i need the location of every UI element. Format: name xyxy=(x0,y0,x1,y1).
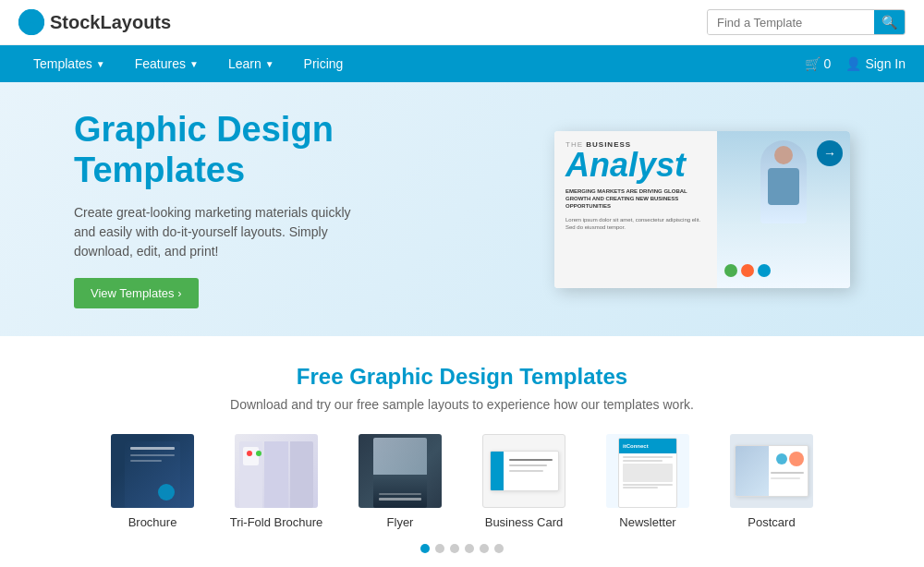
logo-icon xyxy=(18,9,44,35)
nav-right: 🛒 0 👤 Sign In xyxy=(805,56,906,71)
template-trifold[interactable]: Tri-Fold Brochure xyxy=(225,434,327,529)
user-icon: 👤 xyxy=(845,56,861,71)
hero-description: Create great-looking marketing materials… xyxy=(74,203,351,261)
template-brochure[interactable]: Brochure xyxy=(102,434,203,529)
magazine-mockup: The Business Analyst Emerging Markets Ar… xyxy=(554,131,850,288)
free-templates-row: Brochure Tri-Fold Brochure xyxy=(18,434,906,529)
newsletter-label: Newsletter xyxy=(619,515,675,529)
search-button[interactable]: 🔍 xyxy=(874,10,905,34)
template-newsletter[interactable]: itConnect Newsletter xyxy=(597,434,699,529)
nav-bar: Templates ▼ Features ▼ Learn ▼ Pricing 🛒… xyxy=(0,45,924,82)
hero-image: The Business Analyst Emerging Markets Ar… xyxy=(536,127,869,293)
svg-point-1 xyxy=(24,17,30,23)
flyer-label: Flyer xyxy=(387,515,414,529)
person-silhouette xyxy=(760,140,807,223)
logo-area[interactable]: StockLayouts xyxy=(18,9,171,35)
free-templates-section: Free Graphic Design Templates Download a… xyxy=(0,336,924,567)
nav-features[interactable]: Features ▼ xyxy=(120,45,213,82)
hero-text: Graphic Design Templates Create great-lo… xyxy=(74,110,351,308)
trifold-label: Tri-Fold Brochure xyxy=(230,515,323,529)
trifold-thumb xyxy=(235,434,318,508)
template-flyer[interactable]: Flyer xyxy=(349,434,451,529)
nav-left: Templates ▼ Features ▼ Learn ▼ Pricing xyxy=(18,45,358,82)
chevron-down-icon: ▼ xyxy=(265,59,274,69)
nav-pricing[interactable]: Pricing xyxy=(289,45,359,82)
cart-count: 0 xyxy=(824,56,832,71)
hero-section: Graphic Design Templates Create great-lo… xyxy=(0,82,924,336)
mag-subtitle: Emerging Markets Are Driving Global Grow… xyxy=(565,187,706,211)
carousel-dot-2[interactable] xyxy=(435,544,444,553)
template-bizcard[interactable]: Business Card xyxy=(473,434,575,529)
nav-templates[interactable]: Templates ▼ xyxy=(18,45,120,82)
search-area: 🔍 xyxy=(707,9,906,35)
view-templates-button[interactable]: View Templates › xyxy=(74,278,199,308)
mag-left: The Business Analyst Emerging Markets Ar… xyxy=(554,131,717,288)
top-bar: StockLayouts 🔍 xyxy=(0,0,924,45)
postcard-label: Postcard xyxy=(748,515,795,529)
signin-label: Sign In xyxy=(865,56,906,71)
free-section-title: Free Graphic Design Templates xyxy=(18,364,906,390)
bizcard-thumb xyxy=(482,434,565,508)
brochure-label: Brochure xyxy=(128,515,177,529)
mag-arrow: → xyxy=(817,140,843,166)
mag-body: Lorem ipsum dolor sit amet, consectetur … xyxy=(565,216,706,232)
carousel-dots xyxy=(18,544,906,553)
mag-right: → xyxy=(717,131,850,288)
carousel-dot-3[interactable] xyxy=(450,544,459,553)
cart-icon: 🛒 xyxy=(805,56,821,71)
flyer-thumb xyxy=(359,434,442,508)
chevron-down-icon: ▼ xyxy=(96,59,105,69)
svg-point-2 xyxy=(33,17,40,23)
brochure-thumb xyxy=(111,434,194,508)
mag-dots xyxy=(724,264,771,277)
carousel-dot-5[interactable] xyxy=(480,544,489,553)
cart-area[interactable]: 🛒 0 xyxy=(805,56,832,71)
svg-point-3 xyxy=(29,23,35,30)
newsletter-thumb: itConnect xyxy=(606,434,689,508)
bizcard-label: Business Card xyxy=(485,515,564,529)
hero-title: Graphic Design Templates xyxy=(74,110,351,190)
free-section-desc: Download and try our free sample layouts… xyxy=(18,397,906,412)
carousel-dot-4[interactable] xyxy=(465,544,474,553)
logo-text: StockLayouts xyxy=(50,12,171,33)
search-input[interactable] xyxy=(708,11,874,34)
nav-learn[interactable]: Learn ▼ xyxy=(213,45,289,82)
mag-title: Analyst xyxy=(565,149,706,182)
postcard-thumb xyxy=(730,434,813,508)
carousel-dot-6[interactable] xyxy=(494,544,504,553)
chevron-down-icon: ▼ xyxy=(189,59,199,69)
signin-area[interactable]: 👤 Sign In xyxy=(845,56,906,71)
svg-point-0 xyxy=(19,10,43,34)
carousel-dot-1[interactable] xyxy=(420,544,430,553)
template-postcard[interactable]: Postcard xyxy=(721,434,822,529)
